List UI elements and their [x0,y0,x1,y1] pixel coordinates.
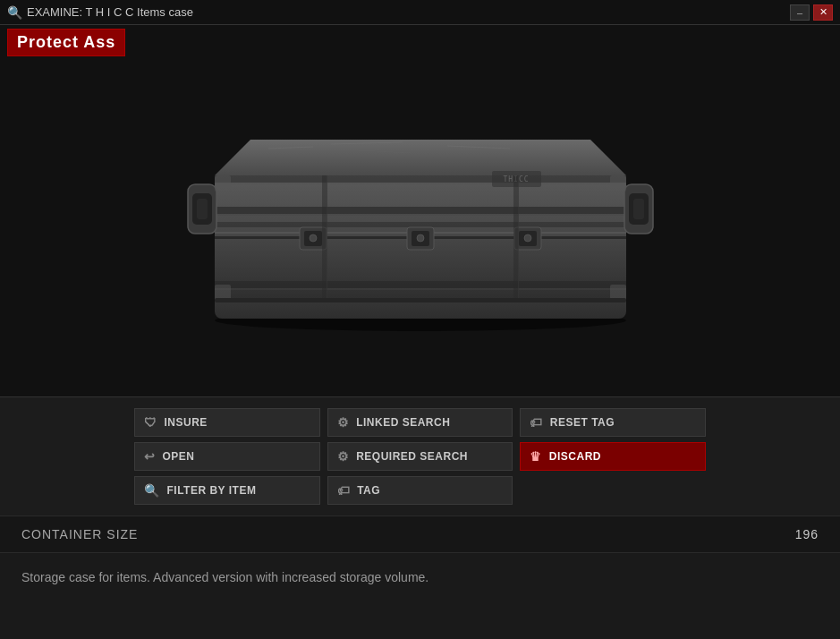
discard-label: DISCARD [549,450,601,463]
filter-by-item-label: FILTER BY ITEM [167,484,257,497]
svg-rect-22 [633,199,644,219]
reset-tag-label: RESET TAG [550,416,615,429]
svg-rect-19 [197,199,208,219]
svg-rect-14 [215,281,626,288]
required-search-label: REQUIRED SEARCH [356,450,468,463]
item-case-image: THICC [134,77,707,345]
svg-rect-41 [518,175,519,301]
svg-rect-34 [215,175,231,192]
container-size-label: CONTAINER SIZE [21,527,138,541]
svg-marker-2 [215,140,626,175]
title-bar-text: EXAMINE: T H I C C Items case [27,5,193,19]
close-button[interactable]: ✕ [813,4,833,21]
reset-tag-icon: 🏷 [530,415,543,430]
svg-rect-16 [215,222,626,227]
item-image-area: THICC [0,25,840,396]
reset-tag-button[interactable]: 🏷 RESET TAG [520,408,706,437]
filter-icon: 🔍 [144,483,160,498]
svg-point-25 [310,234,317,242]
discard-button[interactable]: ♛ DISCARD [520,442,706,471]
required-search-button[interactable]: ⚙ REQUIRED SEARCH [327,442,513,471]
svg-rect-13 [215,214,626,216]
open-button[interactable]: ↩ OPEN [134,442,320,471]
svg-point-28 [524,234,531,242]
insure-label: INSURE [165,416,208,429]
title-bar: 🔍 EXAMINE: T H I C C Items case – ✕ [0,0,840,25]
insure-button[interactable]: 🛡 INSURE [134,408,320,437]
required-search-icon: ⚙ [337,449,350,464]
linked-search-button[interactable]: ⚙ LINKED SEARCH [327,408,513,437]
tag-label: TAG [357,484,380,497]
minimize-button[interactable]: – [790,4,810,21]
svg-rect-15 [215,288,626,290]
svg-rect-11 [215,183,626,184]
container-size-bar: CONTAINER SIZE 196 [0,515,840,553]
linked-search-label: LINKED SEARCH [356,416,450,429]
discard-icon: ♛ [530,449,542,464]
filter-by-item-button[interactable]: 🔍 FILTER BY ITEM [134,476,320,505]
svg-rect-39 [327,175,327,301]
tag-icon: 🏷 [337,483,351,498]
insure-icon: 🛡 [144,415,157,430]
container-size-value: 196 [795,527,819,541]
open-label: OPEN [163,450,195,463]
description-text: Storage case for items. Advanced version… [21,570,428,584]
svg-rect-35 [610,175,626,192]
open-icon: ↩ [144,449,156,464]
examine-icon: 🔍 [7,5,21,20]
svg-rect-10 [215,175,626,183]
svg-rect-12 [215,207,626,214]
title-bar-controls: – ✕ [790,4,833,21]
svg-point-31 [417,234,424,242]
description-area: Storage case for items. Advanced version… [0,553,840,601]
linked-search-icon: ⚙ [337,415,350,430]
svg-rect-42 [215,298,626,302]
buttons-area: 🛡 INSURE ⚙ LINKED SEARCH 🏷 RESET TAG ↩ O… [0,396,840,515]
player-tag: Protect Ass [7,29,125,56]
tag-button[interactable]: 🏷 TAG [327,476,513,505]
